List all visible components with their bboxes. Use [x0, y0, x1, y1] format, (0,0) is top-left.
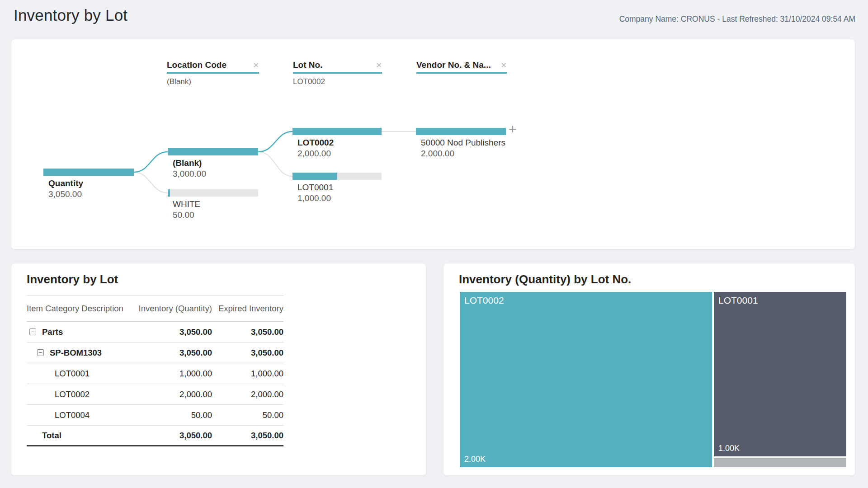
table-row-sp-bom1303[interactable]: − SP-BOM1303 3,050.00 3,050.00 — [27, 343, 283, 363]
column-header-category[interactable]: Item Category Description — [27, 304, 138, 314]
treemap: LOT0002 2.00K LOT0001 1.00K — [460, 292, 846, 467]
row-expired: 3,050.00 — [212, 348, 283, 358]
inventory-table-card: Inventory by Lot Item Category Descripti… — [11, 263, 426, 476]
node-label: LOT0002 — [297, 138, 382, 148]
node-bar — [292, 173, 382, 180]
row-quantity: 3,050.00 — [138, 327, 212, 337]
node-label: 50000 Nod Publishers — [421, 138, 506, 148]
tree-node-quantity[interactable]: Quantity 3,050.00 — [43, 169, 134, 199]
row-label: LOT0004 — [55, 410, 90, 420]
treemap-title: Inventory (Quantity) by Lot No. — [459, 272, 631, 286]
node-bar — [168, 189, 258, 197]
table-row-lot0004[interactable]: LOT0004 50.00 50.00 — [27, 405, 283, 426]
row-label: SP-BOM1303 — [50, 348, 102, 358]
row-quantity: 3,050.00 — [138, 431, 212, 441]
treemap-block-value: 2.00K — [464, 455, 486, 464]
treemap-block-value: 1.00K — [718, 444, 740, 453]
page-title: Inventory by Lot — [14, 6, 127, 24]
treemap-card: Inventory (Quantity) by Lot No. LOT0002 … — [443, 263, 855, 476]
column-header-expired[interactable]: Expired Inventory — [212, 304, 283, 314]
node-value: 2,000.00 — [421, 149, 506, 159]
row-label: LOT0001 — [55, 369, 90, 379]
minus-glyph: − — [39, 350, 42, 356]
treemap-block-label: LOT0001 — [718, 295, 758, 306]
node-label: (Blank) — [173, 158, 258, 168]
tree-node-lot0002[interactable]: LOT0002 2,000.00 — [292, 128, 382, 159]
row-expired: 2,000.00 — [212, 389, 283, 399]
treemap-block-lot0004[interactable] — [714, 458, 846, 467]
node-value: 2,000.00 — [297, 149, 382, 159]
tree-node-lot0001[interactable]: LOT0001 1,000.00 — [292, 173, 382, 203]
treemap-block-label: LOT0002 — [464, 295, 504, 306]
node-bar — [43, 169, 134, 176]
row-label: Total — [42, 431, 61, 441]
treemap-block-lot0001[interactable]: LOT0001 1.00K — [714, 292, 846, 456]
inventory-table: Item Category Description Inventory (Qua… — [27, 295, 283, 446]
node-value: 1,000.00 — [297, 193, 382, 203]
row-quantity: 50.00 — [138, 410, 212, 420]
expand-level-icon[interactable]: + — [509, 122, 517, 136]
row-quantity: 2,000.00 — [138, 389, 212, 399]
row-expired: 3,050.00 — [212, 327, 283, 337]
table-title: Inventory by Lot — [27, 272, 118, 286]
table-row-parts[interactable]: − Parts 3,050.00 3,050.00 — [27, 322, 283, 343]
node-bar — [168, 148, 258, 155]
table-header-row: Item Category Description Inventory (Qua… — [27, 296, 283, 322]
row-expired: 3,050.00 — [212, 431, 283, 441]
row-expired: 1,000.00 — [212, 369, 283, 379]
tree-node-vendor[interactable]: 50000 Nod Publishers 2,000.00 — [416, 128, 506, 159]
row-quantity: 1,000.00 — [138, 369, 212, 379]
node-value: 50.00 — [173, 210, 258, 220]
node-value: 3,000.00 — [173, 169, 258, 179]
tree-node-blank[interactable]: (Blank) 3,000.00 — [168, 148, 258, 179]
node-bar — [416, 128, 506, 135]
row-label: LOT0002 — [55, 389, 90, 399]
node-label: LOT0001 — [297, 183, 382, 192]
node-bar — [292, 128, 382, 135]
node-label: WHITE — [173, 199, 258, 209]
table-row-total[interactable]: Total 3,050.00 3,050.00 — [27, 426, 283, 446]
node-value: 3,050.00 — [48, 189, 134, 199]
collapse-icon[interactable]: − — [29, 328, 36, 335]
column-header-quantity[interactable]: Inventory (Quantity) — [138, 304, 212, 314]
node-label: Quantity — [48, 178, 134, 188]
table-row-lot0002[interactable]: LOT0002 2,000.00 2,000.00 — [27, 384, 283, 405]
collapse-icon[interactable]: − — [37, 349, 44, 356]
tree-node-white[interactable]: WHITE 50.00 — [168, 189, 258, 220]
row-quantity: 3,050.00 — [138, 348, 212, 358]
decomposition-tree-card: Location Code ✕ (Blank) Lot No. ✕ LOT000… — [11, 39, 855, 249]
row-expired: 50.00 — [212, 410, 283, 420]
dashboard-page: Inventory by Lot Company Name: CRONUS - … — [0, 0, 868, 488]
report-meta: Company Name: CRONUS - Last Refreshed: 3… — [619, 14, 855, 24]
minus-glyph: − — [31, 329, 35, 335]
row-label: Parts — [42, 327, 63, 337]
table-row-lot0001[interactable]: LOT0001 1,000.00 1,000.00 — [27, 363, 283, 384]
treemap-block-lot0002[interactable]: LOT0002 2.00K — [460, 292, 712, 467]
